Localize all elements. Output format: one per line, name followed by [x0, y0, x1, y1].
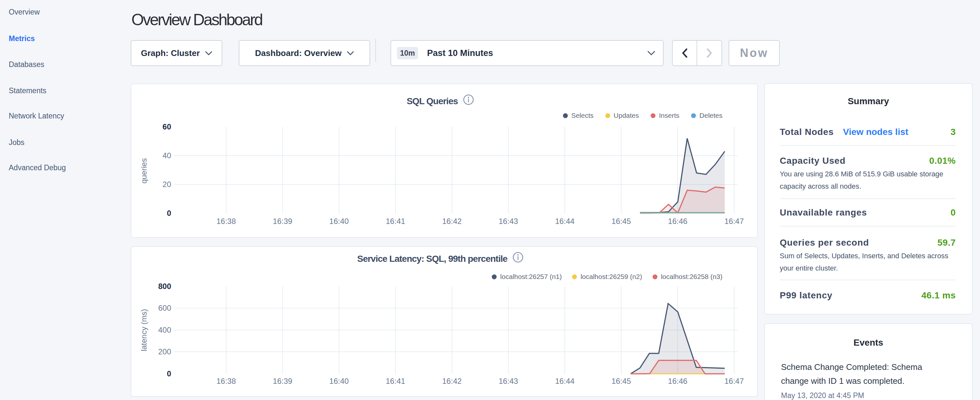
svg-text:16:46: 16:46 — [668, 217, 687, 226]
svg-text:16:38: 16:38 — [216, 217, 236, 226]
svg-text:200: 200 — [158, 347, 171, 356]
svg-text:16:47: 16:47 — [724, 377, 744, 386]
svg-text:40: 40 — [162, 151, 171, 160]
svg-text:16:41: 16:41 — [386, 217, 405, 226]
svg-text:0: 0 — [167, 369, 171, 378]
svg-text:0: 0 — [167, 209, 171, 217]
svg-text:16:40: 16:40 — [329, 217, 349, 226]
svg-text:16:42: 16:42 — [442, 217, 462, 226]
svg-text:16:46: 16:46 — [668, 377, 687, 386]
svg-text:16:39: 16:39 — [273, 377, 292, 386]
svg-text:16:43: 16:43 — [499, 217, 518, 226]
svg-text:16:42: 16:42 — [442, 377, 462, 386]
svg-text:16:47: 16:47 — [724, 217, 744, 226]
svg-text:16:38: 16:38 — [216, 377, 236, 386]
svg-text:latency (ms): latency (ms) — [140, 309, 148, 351]
svg-text:16:44: 16:44 — [555, 377, 574, 386]
svg-text:16:40: 16:40 — [329, 377, 349, 386]
svg-text:16:43: 16:43 — [499, 377, 518, 386]
svg-text:16:39: 16:39 — [273, 217, 292, 226]
svg-text:16:41: 16:41 — [386, 377, 405, 386]
svg-text:16:45: 16:45 — [611, 377, 631, 386]
svg-text:20: 20 — [162, 180, 171, 189]
svg-text:400: 400 — [158, 325, 171, 334]
svg-text:queries: queries — [140, 158, 148, 184]
svg-text:600: 600 — [158, 304, 171, 312]
svg-text:60: 60 — [162, 122, 171, 131]
svg-text:16:44: 16:44 — [555, 217, 574, 226]
svg-text:800: 800 — [158, 282, 171, 291]
svg-text:16:45: 16:45 — [611, 217, 631, 226]
